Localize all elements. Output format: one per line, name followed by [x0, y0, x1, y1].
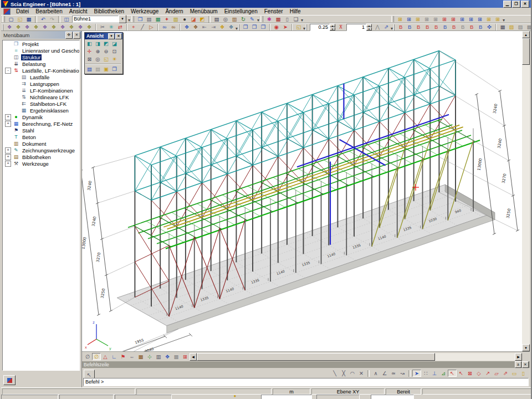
view-preset-9-icon[interactable]: ⊞	[467, 16, 475, 23]
node-op-9-icon[interactable]: ❖	[76, 24, 85, 31]
tree-expander-icon[interactable]: +	[5, 114, 11, 120]
menu-datei[interactable]: Datei	[13, 8, 32, 15]
snap-delete-icon[interactable]: ✕	[357, 370, 366, 377]
menu-bibliotheken[interactable]: Bibliotheken	[91, 8, 127, 15]
cone-icon[interactable]: △	[101, 353, 110, 360]
scroll-up-icon[interactable]: ▲	[522, 31, 530, 38]
zoom-out-icon[interactable]: ⊖	[102, 48, 110, 55]
sidebar-item-stahl[interactable]: ⚑Stahl	[3, 127, 79, 134]
menu-tree-header[interactable]: Menübaum ✜ ✕	[1, 31, 81, 39]
toolbar-grip[interactable]	[306, 24, 307, 30]
status-plane[interactable]: Ebene XY	[311, 388, 385, 395]
snap-tri-icon[interactable]: ⊿	[439, 370, 448, 377]
open-view-folder-icon[interactable]: ◱	[294, 24, 303, 31]
activity-combo[interactable]: Bühne1 ▼	[72, 15, 126, 23]
sphere-icon[interactable]: ●	[180, 16, 189, 23]
clipped-field[interactable]	[316, 395, 360, 399]
snap-up-icon[interactable]: ∧	[371, 370, 380, 377]
move-b-icon[interactable]: ❖	[191, 24, 200, 31]
wizard2-icon[interactable]: ✱	[265, 16, 274, 23]
vertical-scroll-thumb[interactable]	[522, 38, 530, 65]
toolbar-more[interactable]: ▾	[303, 24, 305, 31]
layers-b-icon[interactable]: ▩	[525, 24, 532, 31]
view-iso-1-icon[interactable]: ◧	[85, 40, 94, 48]
redo-icon[interactable]: ↷	[48, 16, 57, 23]
toolbar-more[interactable]: ▾	[391, 24, 393, 31]
view-preset-5-icon[interactable]: ⊞	[431, 16, 440, 23]
beam-op-1-icon[interactable]: B	[396, 24, 405, 31]
toolbar-more[interactable]: ▾	[502, 16, 505, 23]
viewport-canvas[interactable]: 3250327032403240130003250327032403240130…	[82, 31, 522, 351]
erase-a-icon[interactable]: ∅	[83, 353, 92, 360]
snap-mid-icon[interactable]: ◇	[474, 370, 483, 377]
perspective-icon[interactable]: ⋀	[373, 24, 382, 31]
view-preset-6-icon[interactable]: ⊞	[440, 16, 449, 23]
view-preset-3-icon[interactable]: ⊞	[413, 16, 422, 23]
snap-folder-icon[interactable]: ▭	[510, 370, 519, 377]
toolbar-grip[interactable]	[260, 16, 263, 22]
node-op-5-icon[interactable]: ❖	[40, 24, 49, 31]
beam-op-10-icon[interactable]: B	[476, 24, 485, 31]
snap-arc-icon[interactable]: ◠	[348, 370, 357, 377]
link-b-icon[interactable]: ∞	[169, 24, 178, 31]
sidebar-item-dynamik[interactable]: +●Dynamik	[3, 114, 79, 120]
toolbar-grip[interactable]	[2, 24, 3, 30]
project-window-icon[interactable]: ◫	[62, 16, 71, 23]
ansicht-titlebar[interactable]: Ansicht ▼ ✕	[85, 33, 122, 39]
tree-expander-icon[interactable]: +	[5, 154, 11, 160]
zoom-in-icon[interactable]: ⊕	[94, 48, 102, 55]
window-titlebar[interactable]: Scia Engineer - [Bühne1 : 1] ▁ ❐ ✕	[1, 0, 531, 8]
toolbar-more[interactable]: ▾	[127, 16, 131, 23]
toolbar-grip[interactable]	[131, 16, 134, 22]
snap-near-icon[interactable]: ≃	[389, 370, 398, 377]
spinner-down-icon[interactable]: ▼	[330, 27, 335, 30]
tree-expander-icon[interactable]: +	[5, 147, 11, 154]
notebook-icon[interactable]: ▥	[171, 16, 180, 23]
view-preset-11-icon[interactable]: ⊞	[484, 16, 493, 23]
link-a-icon[interactable]: ∞	[160, 24, 169, 31]
light-icon[interactable]: ☀	[110, 55, 119, 63]
mod-b-icon[interactable]: ❖	[227, 24, 236, 31]
view-preset-4-icon[interactable]: ⊞	[422, 16, 431, 23]
node-op-6-icon[interactable]: ❖	[49, 24, 58, 31]
sidebar-item-lf-kombinationen[interactable]: ⇊LF-Kombinationen	[3, 87, 79, 94]
view-preset-1-icon[interactable]: ⊞	[396, 16, 405, 23]
clipped-field[interactable]	[115, 395, 172, 399]
horizontal-scrollbar[interactable]	[197, 353, 515, 361]
close-icon[interactable]: ✕	[522, 361, 529, 368]
node-op-8-icon[interactable]: ❖	[67, 24, 76, 31]
menu-bearbeiten[interactable]: Bearbeiten	[32, 8, 65, 15]
menu-fenster[interactable]: Fenster	[261, 8, 287, 15]
sidebar-item-ergebnisklassen[interactable]: ▦Ergebnisklassen	[3, 107, 79, 114]
new-view-window-icon[interactable]: ❐	[110, 65, 119, 73]
minimize-button[interactable]: ▁	[503, 1, 511, 8]
combo-dropdown-icon[interactable]: ▼	[119, 15, 126, 23]
view-iso-3-icon[interactable]: ◩	[102, 40, 110, 48]
beam-cross-icon[interactable]: ✜	[485, 24, 494, 31]
node-op-2-icon[interactable]: ❖	[14, 24, 23, 31]
tree-tab-button[interactable]	[3, 375, 16, 385]
snap-ext-icon[interactable]: ⇗	[501, 370, 510, 377]
menu-menbaum[interactable]: Menübaum	[187, 8, 221, 15]
scale-spinner[interactable]: 0.25 ▲▼	[310, 24, 335, 31]
panel-icon[interactable]: ▥	[154, 353, 163, 360]
window-c-icon[interactable]: ❐	[259, 24, 268, 31]
snap-plane-icon[interactable]: ▱	[492, 370, 501, 377]
toolbar-more[interactable]: ▾	[300, 16, 304, 23]
open-view-icon[interactable]: ◱	[102, 55, 110, 63]
node-op-4-icon[interactable]: ❖	[32, 24, 40, 31]
dialog-b-icon[interactable]: ◩	[198, 16, 207, 23]
cursor-snap-icon[interactable]: ➤	[412, 370, 421, 377]
toolbar-more[interactable]: ▾	[236, 24, 238, 31]
align-b-icon[interactable]: ⇥	[209, 24, 218, 31]
project-data-icon[interactable]: ❒	[136, 16, 145, 23]
snap-grid-icon[interactable]: ∷	[421, 370, 430, 377]
red-eye-icon[interactable]: ◉	[272, 24, 281, 31]
view-preset-2-icon[interactable]: ⊞	[405, 16, 413, 23]
clipped-field[interactable]	[1, 395, 58, 399]
zoom-all-icon[interactable]: ⊠	[85, 55, 94, 63]
toolbar-more[interactable]: ▾	[257, 16, 260, 23]
angle-icon[interactable]: ∟	[110, 353, 119, 360]
print-preview-icon[interactable]: ◎	[221, 16, 230, 23]
print-data-icon[interactable]: ▤	[145, 16, 154, 23]
